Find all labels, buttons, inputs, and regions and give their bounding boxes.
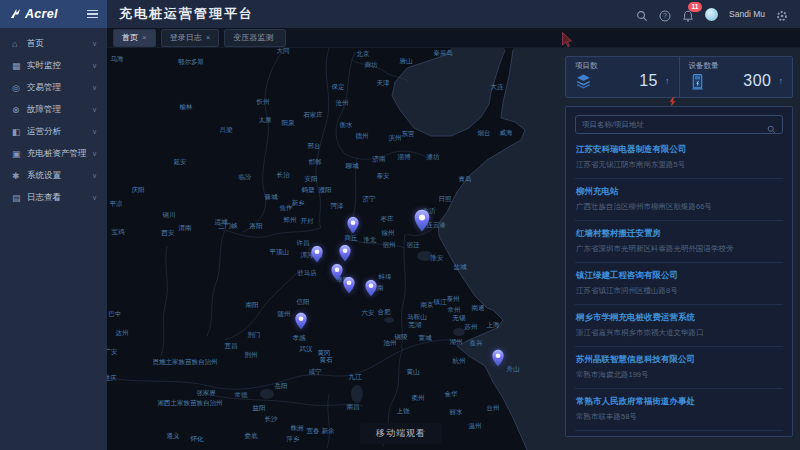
sidebar-item-icon: ◎ (12, 83, 27, 93)
logo-text: Acrel (25, 7, 58, 21)
sidebar-item-label: 日志查看 (27, 192, 61, 204)
chevron-down-icon (92, 194, 97, 202)
city-label: 黄石 (320, 356, 333, 365)
project-name: 柳州充电站 (576, 186, 782, 198)
sidebar-item[interactable]: ◎ 交易管理 (0, 77, 107, 99)
user-name: Sandi Mu (729, 9, 765, 19)
project-list-item[interactable]: 桐乡市学桐充电桩收费运营系统 浙江省嘉兴市桐乡市崇福大道文华路口 (575, 305, 783, 347)
city-label: 潍坊 (427, 153, 440, 162)
project-list-item[interactable]: 柳州充电站 广西壮族自治区柳州市柳南区航银路66号 (575, 179, 783, 221)
sidebar-item[interactable]: ▣ 充电桩资产管理 (0, 143, 107, 165)
sidebar-item-icon: ▦ (12, 61, 27, 71)
city-label: 濮阳 (319, 186, 332, 195)
trend-up-icon: ↑ (665, 76, 670, 86)
project-name: 桐乡市学桐充电桩收费运营系统 (576, 312, 782, 324)
city-label: 蚌埠 (379, 273, 392, 282)
city-label: 嘉兴 (470, 339, 483, 348)
location-pin-icon[interactable] (339, 244, 352, 262)
city-label: 泰州 (447, 295, 460, 304)
city-label: 庆阳 (132, 186, 145, 195)
city-label: 郑州 (284, 216, 297, 225)
search-icon[interactable] (767, 120, 776, 129)
project-list-item[interactable]: 镇江绿建工程咨询有限公司 江苏省镇江市润州区檀山路8号 (575, 263, 783, 305)
sidebar-item-label: 故障管理 (27, 104, 61, 116)
tab-close-icon[interactable]: × (206, 33, 211, 42)
location-pin-icon[interactable] (492, 349, 505, 367)
city-label: 延安 (174, 158, 187, 167)
tab[interactable]: 首页 × (113, 29, 156, 47)
location-pin-icon[interactable] (311, 245, 324, 263)
city-label: 巴中 (109, 310, 122, 319)
city-label: 南昌 (347, 403, 360, 412)
city-label: 张家界 (196, 389, 216, 398)
location-pin-icon[interactable] (414, 209, 431, 232)
project-list-item[interactable]: 常熟市人民政府常福街道办事处 常熟市联丰路58号 (575, 389, 783, 431)
city-label: 丽水 (450, 408, 463, 417)
location-pin-icon[interactable] (347, 216, 360, 234)
chevron-down-icon (92, 150, 97, 158)
city-label: 合肥 (378, 308, 391, 317)
city-label: 恩施土家族苗族自治州 (153, 358, 218, 367)
help-icon[interactable]: ? (659, 8, 671, 20)
tab[interactable]: 变压器监测 (224, 29, 286, 47)
city-label: 宝鸡 (112, 228, 125, 237)
avatar[interactable] (705, 8, 718, 21)
project-list-item[interactable]: 红墙村整村搬迁安置房 广东省深圳市光明新区科泰路光明外国语学校旁 (575, 221, 783, 263)
city-label: 洛阳 (250, 222, 263, 231)
sidebar-item[interactable]: ⊗ 故障管理 (0, 99, 107, 121)
city-label: 阳泉 (282, 119, 295, 128)
city-label: 怀化 (191, 435, 204, 444)
city-label: 济宁 (363, 195, 376, 204)
city-label: 无锡 (453, 314, 466, 323)
sidebar-item[interactable]: ▦ 实时监控 (0, 55, 107, 77)
chevron-down-icon (92, 172, 97, 180)
city-label: 武汉 (300, 345, 313, 354)
tab-close-icon[interactable]: × (142, 33, 147, 42)
mouse-cursor-icon (562, 32, 573, 51)
city-label: 滨州 (389, 134, 402, 143)
chevron-down-icon (92, 106, 97, 114)
city-label: 晋城 (265, 193, 278, 202)
location-pin-icon[interactable] (365, 279, 378, 297)
city-label: 榆林 (180, 103, 193, 112)
menu-toggle-icon[interactable] (87, 10, 98, 19)
brand-area: Acrel (0, 0, 107, 28)
city-label: 宜昌 (225, 342, 238, 351)
project-list-item[interactable]: 苏州晶联智慧信息科技有限公司 常熟市海虞北路199号 (575, 347, 783, 389)
city-label: 日照 (439, 195, 452, 204)
device-count-card: 设备数量 300 ↑ (679, 57, 793, 97)
city-label: 淄博 (398, 153, 411, 162)
sidebar-item-label: 实时监控 (27, 60, 61, 72)
city-label: 重庆 (107, 374, 117, 383)
city-label: 渭南 (179, 224, 192, 233)
project-search-input[interactable] (582, 120, 767, 129)
page-title: 充电桩运营管理平台 (119, 5, 254, 23)
city-label: 镇江 (434, 298, 447, 307)
app-root: Acrel 充电桩运营管理平台 ? 11 Sandi Mu (0, 0, 800, 450)
search-icon[interactable] (636, 8, 648, 20)
location-pin-icon[interactable] (295, 312, 308, 330)
sidebar-item-icon: ✱ (12, 171, 27, 181)
settings-gear-icon[interactable] (776, 8, 788, 20)
city-label: 德州 (356, 132, 369, 141)
city-label: 菏泽 (331, 202, 344, 211)
project-address: 常熟市海虞北路199号 (576, 370, 782, 380)
mobile-view-button[interactable]: 移动端观看 (360, 423, 442, 444)
sidebar-item[interactable]: ◧ 运营分析 (0, 121, 107, 143)
city-label: 焦作 (280, 204, 293, 213)
tab-bar: 首页 × 登录日志 × 变压器监测 (107, 28, 800, 48)
tab[interactable]: 登录日志 × (161, 29, 220, 47)
sidebar-item[interactable]: ▤ 日志查看 (0, 187, 107, 209)
sidebar-item[interactable]: ✱ 系统设置 (0, 165, 107, 187)
right-panel: 项目数 15 ↑ 设备数量 300 ↑ (565, 56, 793, 437)
sidebar-item[interactable]: ⌂ 首页 (0, 33, 107, 55)
city-label: 大连 (491, 83, 504, 92)
project-address: 广西壮族自治区柳州市柳南区航银路66号 (576, 202, 782, 212)
notifications-bell-icon[interactable]: 11 (682, 8, 694, 20)
city-label: 淮安 (431, 254, 444, 263)
project-count-label: 项目数 (575, 61, 670, 71)
city-label: 南京 (421, 301, 434, 310)
location-pin-icon[interactable] (343, 276, 356, 294)
project-list-item[interactable]: 江苏安科瑞电器制造有限公司 江苏省无锡江阴市南闸东盟路5号 (575, 137, 783, 179)
city-label: 广安 (107, 348, 118, 357)
